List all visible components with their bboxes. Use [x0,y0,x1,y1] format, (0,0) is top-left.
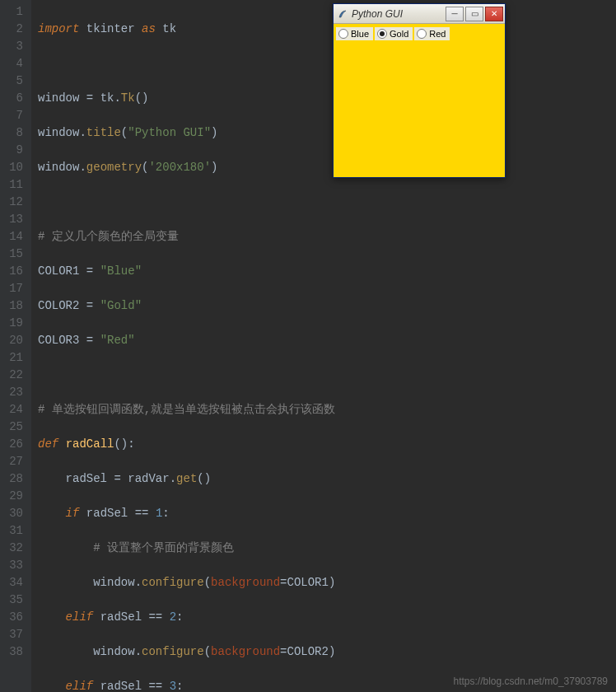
keyword: as [142,22,156,35]
line-number: 38 [7,643,23,661]
code-area[interactable]: import tkinter as tk window = tk.Tk() wi… [31,0,616,692]
line-number: 27 [7,453,23,470]
fn-call: Tk [121,91,135,105]
line-number: 23 [7,384,23,401]
param: background [211,645,280,658]
module-name: tkinter [86,22,135,35]
tkinter-window: Python GUI ─ ▭ ✕ BlueGoldRed [333,3,506,178]
args: () [135,91,149,105]
obj: window [38,161,79,174]
radio-row: BlueGoldRed [336,27,502,40]
number: 3 [170,680,176,692]
line-number: 34 [7,574,23,591]
keyword: import [38,22,79,35]
line-number: 15 [7,245,23,263]
fn-call: title [86,126,121,139]
line-number: 8 [7,124,23,142]
var: radSel [86,507,128,520]
op: == [135,507,149,520]
op: = [86,299,93,312]
var: COLOR3 [38,334,79,347]
line-number: 35 [7,591,23,609]
line-number: 14 [7,228,23,245]
string: "Red" [100,334,135,347]
line-number: 33 [7,557,23,574]
var: COLOR1 [38,264,79,278]
line-number: 11 [7,176,23,194]
string: "Python GUI" [128,126,211,139]
line-number: 21 [7,349,23,367]
alias: tk [162,22,176,35]
radio-option-red[interactable]: Red [414,27,450,40]
radio-label: Red [429,29,446,39]
line-number: 1 [7,3,23,21]
line-number: 31 [7,522,23,540]
line-number: 24 [7,401,23,418]
val: COLOR1 [287,576,329,589]
line-number: 26 [7,436,23,453]
line-number: 25 [7,418,23,436]
op: == [148,610,162,624]
line-number: 18 [7,297,23,315]
args: () [197,472,211,485]
line-number: 22 [7,367,23,384]
radio-icon[interactable] [338,29,348,39]
line-number: 30 [7,505,23,522]
line-number: 4 [7,55,23,72]
obj: window [93,576,134,589]
op: = [86,91,93,105]
minimize-button[interactable]: ─ [446,7,464,21]
radio-icon[interactable] [417,29,427,39]
comment: # 设置整个界面的背景颜色 [93,541,234,554]
args: (): [114,437,134,451]
op: = [280,576,287,589]
line-number: 37 [7,626,23,643]
op: = [280,645,287,658]
line-number: 9 [7,142,23,159]
line-number: 32 [7,540,23,557]
line-number: 3 [7,38,23,55]
op: = [86,334,93,347]
keyword: if [66,507,80,520]
radio-option-blue[interactable]: Blue [336,27,373,40]
radio-label: Blue [351,29,369,39]
code-editor: 1234567891011121314151617181920212223242… [0,0,616,692]
string: "Blue" [100,264,142,278]
line-number: 2 [7,21,23,38]
close-button[interactable]: ✕ [485,7,503,21]
var: radSel [66,472,107,485]
keyword: elif [66,610,94,624]
line-number-gutter: 1234567891011121314151617181920212223242… [0,0,31,692]
line-number: 16 [7,263,23,280]
line-number: 6 [7,90,23,107]
fn-def: radCall [66,437,114,451]
fn-call: configure [142,645,204,658]
var: window [38,91,79,105]
line-number: 28 [7,470,23,488]
line-number: 29 [7,488,23,505]
var: radSel [100,680,142,692]
line-number: 7 [7,107,23,124]
radio-icon[interactable] [377,29,387,39]
var: radSel [100,610,142,624]
line-number: 17 [7,280,23,297]
string: "Gold" [100,299,142,312]
comment: # 定义几个颜色的全局变量 [38,230,179,243]
keyword: elif [66,680,94,692]
line-number: 5 [7,72,23,90]
obj: tk [100,91,114,105]
window-titlebar[interactable]: Python GUI ─ ▭ ✕ [334,4,505,24]
colon: : [176,680,183,692]
colon: : [162,507,169,520]
line-number: 12 [7,194,23,211]
number: 2 [170,610,176,624]
line-number: 36 [7,609,23,626]
var: COLOR2 [38,299,79,312]
line-number: 13 [7,211,23,228]
maximize-button[interactable]: ▭ [465,7,483,21]
string: '200x180' [148,161,211,174]
radio-label: Gold [390,29,408,39]
radio-option-gold[interactable]: Gold [375,27,413,40]
obj: window [38,126,79,139]
op: = [114,472,120,485]
